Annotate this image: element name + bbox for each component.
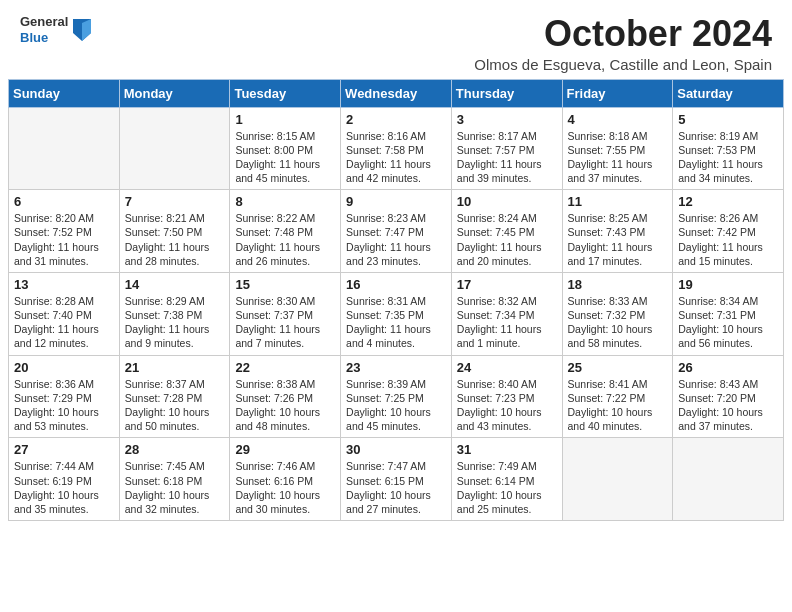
month-title: October 2024 <box>474 14 772 54</box>
calendar-week-row: 27Sunrise: 7:44 AM Sunset: 6:19 PM Dayli… <box>9 438 784 521</box>
calendar-week-row: 13Sunrise: 8:28 AM Sunset: 7:40 PM Dayli… <box>9 272 784 355</box>
table-row: 1Sunrise: 8:15 AM Sunset: 8:00 PM Daylig… <box>230 107 341 190</box>
day-number: 11 <box>568 194 668 209</box>
table-row: 7Sunrise: 8:21 AM Sunset: 7:50 PM Daylig… <box>119 190 230 273</box>
day-number: 29 <box>235 442 335 457</box>
day-info: Sunrise: 8:32 AM Sunset: 7:34 PM Dayligh… <box>457 294 557 351</box>
day-number: 18 <box>568 277 668 292</box>
day-number: 28 <box>125 442 225 457</box>
day-number: 30 <box>346 442 446 457</box>
table-row: 15Sunrise: 8:30 AM Sunset: 7:37 PM Dayli… <box>230 272 341 355</box>
day-number: 27 <box>14 442 114 457</box>
day-info: Sunrise: 8:39 AM Sunset: 7:25 PM Dayligh… <box>346 377 446 434</box>
day-number: 31 <box>457 442 557 457</box>
table-row: 22Sunrise: 8:38 AM Sunset: 7:26 PM Dayli… <box>230 355 341 438</box>
day-info: Sunrise: 8:22 AM Sunset: 7:48 PM Dayligh… <box>235 211 335 268</box>
day-info: Sunrise: 7:47 AM Sunset: 6:15 PM Dayligh… <box>346 459 446 516</box>
table-row <box>562 438 673 521</box>
table-row: 8Sunrise: 8:22 AM Sunset: 7:48 PM Daylig… <box>230 190 341 273</box>
table-row: 12Sunrise: 8:26 AM Sunset: 7:42 PM Dayli… <box>673 190 784 273</box>
day-info: Sunrise: 8:20 AM Sunset: 7:52 PM Dayligh… <box>14 211 114 268</box>
day-info: Sunrise: 8:36 AM Sunset: 7:29 PM Dayligh… <box>14 377 114 434</box>
day-number: 22 <box>235 360 335 375</box>
table-row: 29Sunrise: 7:46 AM Sunset: 6:16 PM Dayli… <box>230 438 341 521</box>
location-title: Olmos de Esgueva, Castille and Leon, Spa… <box>474 56 772 73</box>
day-number: 20 <box>14 360 114 375</box>
table-row: 2Sunrise: 8:16 AM Sunset: 7:58 PM Daylig… <box>341 107 452 190</box>
column-header-sunday: Sunday <box>9 79 120 107</box>
table-row: 14Sunrise: 8:29 AM Sunset: 7:38 PM Dayli… <box>119 272 230 355</box>
day-number: 8 <box>235 194 335 209</box>
calendar-week-row: 6Sunrise: 8:20 AM Sunset: 7:52 PM Daylig… <box>9 190 784 273</box>
column-header-wednesday: Wednesday <box>341 79 452 107</box>
column-header-tuesday: Tuesday <box>230 79 341 107</box>
table-row: 26Sunrise: 8:43 AM Sunset: 7:20 PM Dayli… <box>673 355 784 438</box>
table-row: 5Sunrise: 8:19 AM Sunset: 7:53 PM Daylig… <box>673 107 784 190</box>
day-info: Sunrise: 8:23 AM Sunset: 7:47 PM Dayligh… <box>346 211 446 268</box>
day-info: Sunrise: 8:17 AM Sunset: 7:57 PM Dayligh… <box>457 129 557 186</box>
table-row: 17Sunrise: 8:32 AM Sunset: 7:34 PM Dayli… <box>451 272 562 355</box>
day-number: 17 <box>457 277 557 292</box>
day-info: Sunrise: 7:45 AM Sunset: 6:18 PM Dayligh… <box>125 459 225 516</box>
table-row: 30Sunrise: 7:47 AM Sunset: 6:15 PM Dayli… <box>341 438 452 521</box>
day-info: Sunrise: 8:30 AM Sunset: 7:37 PM Dayligh… <box>235 294 335 351</box>
logo-general: General <box>20 14 68 29</box>
table-row: 11Sunrise: 8:25 AM Sunset: 7:43 PM Dayli… <box>562 190 673 273</box>
day-number: 7 <box>125 194 225 209</box>
logo-text: General Blue <box>20 14 68 45</box>
table-row: 13Sunrise: 8:28 AM Sunset: 7:40 PM Dayli… <box>9 272 120 355</box>
logo: General Blue <box>20 14 91 45</box>
table-row: 18Sunrise: 8:33 AM Sunset: 7:32 PM Dayli… <box>562 272 673 355</box>
table-row: 23Sunrise: 8:39 AM Sunset: 7:25 PM Dayli… <box>341 355 452 438</box>
column-header-monday: Monday <box>119 79 230 107</box>
day-number: 12 <box>678 194 778 209</box>
day-number: 5 <box>678 112 778 127</box>
day-info: Sunrise: 8:29 AM Sunset: 7:38 PM Dayligh… <box>125 294 225 351</box>
day-info: Sunrise: 8:37 AM Sunset: 7:28 PM Dayligh… <box>125 377 225 434</box>
logo-blue: Blue <box>20 30 48 45</box>
day-info: Sunrise: 8:34 AM Sunset: 7:31 PM Dayligh… <box>678 294 778 351</box>
day-info: Sunrise: 8:28 AM Sunset: 7:40 PM Dayligh… <box>14 294 114 351</box>
table-row <box>673 438 784 521</box>
day-info: Sunrise: 8:43 AM Sunset: 7:20 PM Dayligh… <box>678 377 778 434</box>
header: General Blue October 2024 Olmos de Esgue… <box>0 0 792 79</box>
table-row: 4Sunrise: 8:18 AM Sunset: 7:55 PM Daylig… <box>562 107 673 190</box>
table-row <box>119 107 230 190</box>
table-row <box>9 107 120 190</box>
table-row: 25Sunrise: 8:41 AM Sunset: 7:22 PM Dayli… <box>562 355 673 438</box>
day-number: 25 <box>568 360 668 375</box>
column-header-friday: Friday <box>562 79 673 107</box>
column-header-saturday: Saturday <box>673 79 784 107</box>
table-row: 19Sunrise: 8:34 AM Sunset: 7:31 PM Dayli… <box>673 272 784 355</box>
day-number: 21 <box>125 360 225 375</box>
day-number: 4 <box>568 112 668 127</box>
day-number: 10 <box>457 194 557 209</box>
logo-icon <box>73 19 91 41</box>
column-header-thursday: Thursday <box>451 79 562 107</box>
day-number: 16 <box>346 277 446 292</box>
day-info: Sunrise: 8:26 AM Sunset: 7:42 PM Dayligh… <box>678 211 778 268</box>
day-info: Sunrise: 8:25 AM Sunset: 7:43 PM Dayligh… <box>568 211 668 268</box>
calendar-table: SundayMondayTuesdayWednesdayThursdayFrid… <box>8 79 784 521</box>
day-info: Sunrise: 8:16 AM Sunset: 7:58 PM Dayligh… <box>346 129 446 186</box>
calendar-header-row: SundayMondayTuesdayWednesdayThursdayFrid… <box>9 79 784 107</box>
day-number: 19 <box>678 277 778 292</box>
day-info: Sunrise: 8:21 AM Sunset: 7:50 PM Dayligh… <box>125 211 225 268</box>
day-info: Sunrise: 8:19 AM Sunset: 7:53 PM Dayligh… <box>678 129 778 186</box>
day-info: Sunrise: 8:40 AM Sunset: 7:23 PM Dayligh… <box>457 377 557 434</box>
day-number: 14 <box>125 277 225 292</box>
table-row: 10Sunrise: 8:24 AM Sunset: 7:45 PM Dayli… <box>451 190 562 273</box>
table-row: 3Sunrise: 8:17 AM Sunset: 7:57 PM Daylig… <box>451 107 562 190</box>
day-info: Sunrise: 8:41 AM Sunset: 7:22 PM Dayligh… <box>568 377 668 434</box>
day-number: 13 <box>14 277 114 292</box>
calendar-week-row: 20Sunrise: 8:36 AM Sunset: 7:29 PM Dayli… <box>9 355 784 438</box>
day-number: 24 <box>457 360 557 375</box>
table-row: 27Sunrise: 7:44 AM Sunset: 6:19 PM Dayli… <box>9 438 120 521</box>
day-number: 26 <box>678 360 778 375</box>
day-info: Sunrise: 8:38 AM Sunset: 7:26 PM Dayligh… <box>235 377 335 434</box>
table-row: 16Sunrise: 8:31 AM Sunset: 7:35 PM Dayli… <box>341 272 452 355</box>
day-number: 9 <box>346 194 446 209</box>
table-row: 28Sunrise: 7:45 AM Sunset: 6:18 PM Dayli… <box>119 438 230 521</box>
day-info: Sunrise: 8:33 AM Sunset: 7:32 PM Dayligh… <box>568 294 668 351</box>
day-number: 6 <box>14 194 114 209</box>
